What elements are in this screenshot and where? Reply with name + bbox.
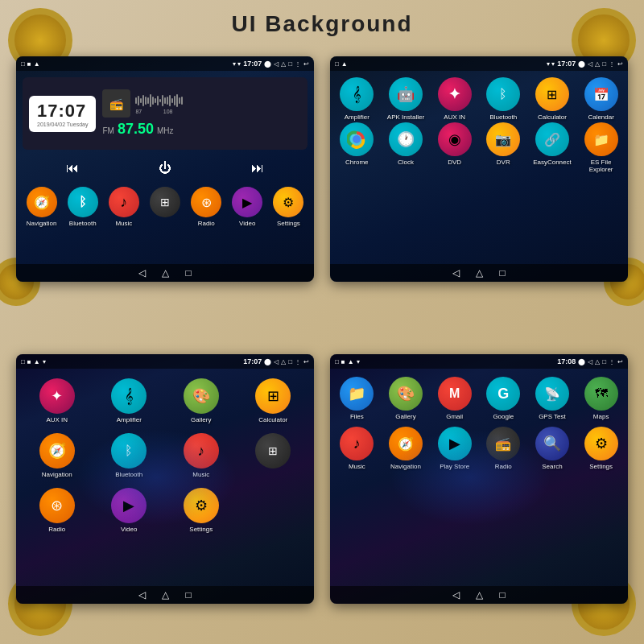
clock-time: 17:07 bbox=[37, 101, 88, 122]
app-apps-3[interactable]: ⊞ bbox=[252, 433, 294, 478]
recents-btn-2[interactable]: □ bbox=[499, 267, 505, 279]
home-btn-3[interactable]: △ bbox=[162, 589, 169, 601]
app-calculator-3[interactable]: ⊞ Calculator bbox=[252, 378, 294, 423]
back-btn-2[interactable]: ◁ bbox=[452, 267, 460, 279]
recents-btn-4[interactable]: □ bbox=[499, 589, 505, 601]
media-controls: ⏮ ⏻ ⏭ bbox=[23, 156, 308, 180]
app-radio-3[interactable]: ⊛ Radio bbox=[36, 488, 78, 533]
app-gallery-4[interactable]: 🎨 Gallery bbox=[386, 377, 426, 420]
app-grid-2: 𝄞 Amplifier 🤖 APK Installer ✦ AUX IN ᛒ B… bbox=[330, 71, 628, 180]
nav-bar-2: ◁ △ □ bbox=[330, 264, 628, 282]
panel-bottom-left: □ ■ ▲ ▾ 17:07 ⬤ ◁ △ □ ⋮ ↩ ✦ bbox=[16, 354, 314, 604]
back-btn-3[interactable]: ◁ bbox=[138, 589, 146, 601]
panel-top-right: □ ▲ ▾ ▾ 17:07 ⬤ ◁ △ □ ⋮ ↩ 𝄞 Amp bbox=[330, 56, 628, 282]
status-bar-1: □ ■ ▲ ▾ ▾ 17:07 ⬤ ◁ △ □ ⋮ ↩ bbox=[16, 56, 314, 71]
app-row-3c: ⊛ Radio ▶ Video ⚙ Settings bbox=[16, 481, 314, 536]
clock-date: 2019/04/02 Tuesday bbox=[37, 122, 88, 127]
app-music-4[interactable]: ♪ Music bbox=[336, 427, 377, 470]
screen-3: □ ■ ▲ ▾ 17:07 ⬤ ◁ △ □ ⋮ ↩ ✦ bbox=[16, 354, 314, 604]
page-title: UI Background bbox=[231, 11, 412, 37]
clock-widget: 17:07 2019/04/02 Tuesday bbox=[29, 96, 96, 132]
svg-point-1 bbox=[353, 135, 361, 143]
app-music-1[interactable]: ♪ Music bbox=[105, 187, 142, 227]
freq-display: 87.50 bbox=[118, 121, 154, 138]
app-row-3b: 🧭 Navigation ᛒ Bluetooth ♪ Music ⊞ bbox=[16, 427, 314, 481]
main-background: UI Background □ ■ ▲ ▾ ▾ 17:07 ⬤ ◁ △ □ ⋮ bbox=[0, 0, 644, 644]
app-radio-1[interactable]: ⊛ Radio bbox=[188, 187, 225, 227]
app-search-4[interactable]: 🔍 Search bbox=[532, 427, 572, 470]
home-btn-2[interactable]: △ bbox=[476, 267, 483, 279]
app-video-1[interactable]: ▶ Video bbox=[229, 187, 266, 227]
app-navigation-3[interactable]: 🧭 Navigation bbox=[36, 433, 78, 478]
recents-btn-1[interactable]: □ bbox=[185, 267, 191, 279]
app-music-3[interactable]: ♪ Music bbox=[180, 433, 222, 478]
app-calculator-2[interactable]: ⊞ Calculator bbox=[531, 77, 573, 121]
nav-bar-1: ◁ △ □ bbox=[16, 264, 314, 282]
app-gmail-4[interactable]: M Gmail bbox=[435, 377, 475, 420]
next-button[interactable]: ⏭ bbox=[245, 159, 270, 177]
recents-btn-3[interactable]: □ bbox=[185, 589, 191, 601]
panel-bottom-right: □ ■ ▲ ▾ 17:08 ⬤ ◁ △ □ ⋮ ↩ 📁 bbox=[330, 354, 628, 604]
app-apk-2[interactable]: 🤖 APK Installer bbox=[385, 77, 427, 121]
status-bar-3: □ ■ ▲ ▾ 17:07 ⬤ ◁ △ □ ⋮ ↩ bbox=[16, 354, 314, 369]
app-settings-1[interactable]: ⚙ Settings bbox=[270, 187, 308, 227]
app-easyconnect-2[interactable]: 🔗 EasyConnect bbox=[531, 122, 573, 173]
screen-4: □ ■ ▲ ▾ 17:08 ⬤ ◁ △ □ ⋮ ↩ 📁 bbox=[330, 354, 628, 604]
app-bluetooth-2[interactable]: ᛒ Bluetooth bbox=[482, 77, 524, 121]
panel-top-left: □ ■ ▲ ▾ ▾ 17:07 ⬤ ◁ △ □ ⋮ ↩ 17:0 bbox=[16, 56, 314, 282]
app-navigation-4[interactable]: 🧭 Navigation bbox=[386, 427, 426, 470]
back-btn-1[interactable]: ◁ bbox=[138, 267, 146, 279]
app-dvd-2[interactable]: ◉ DVD bbox=[434, 122, 476, 173]
app-amplifier-3[interactable]: 𝄞 Amplifier bbox=[108, 378, 150, 423]
status-bar-2: □ ▲ ▾ ▾ 17:07 ⬤ ◁ △ □ ⋮ ↩ bbox=[330, 56, 628, 71]
app-chrome-2[interactable]: Chrome bbox=[336, 122, 378, 173]
status-bar-4: □ ■ ▲ ▾ 17:08 ⬤ ◁ △ □ ⋮ ↩ bbox=[330, 354, 628, 369]
screen-2: □ ▲ ▾ ▾ 17:07 ⬤ ◁ △ □ ⋮ ↩ 𝄞 Amp bbox=[330, 56, 628, 282]
app-radio-4[interactable]: 📻 Radio bbox=[483, 427, 523, 470]
power-button[interactable]: ⏻ bbox=[152, 159, 178, 177]
app-auxin-2[interactable]: ✦ AUX IN bbox=[434, 77, 476, 121]
app-files-4[interactable]: 📁 Files bbox=[336, 377, 377, 420]
app-amplifier-2[interactable]: 𝄞 Amplifier bbox=[336, 77, 378, 121]
screen-1: □ ■ ▲ ▾ ▾ 17:07 ⬤ ◁ △ □ ⋮ ↩ 17:0 bbox=[16, 56, 314, 282]
app-bluetooth-3[interactable]: ᛒ Bluetooth bbox=[108, 433, 150, 478]
app-esfile-2[interactable]: 📁 ES File Explorer bbox=[580, 122, 622, 173]
back-btn-4[interactable]: ◁ bbox=[452, 589, 460, 601]
nav-bar-3: ◁ △ □ bbox=[16, 586, 314, 604]
app-calendar-2[interactable]: 📅 Calendar bbox=[580, 77, 622, 121]
app-row-4a: 📁 Files 🎨 Gallery M Gmail G Google 📡 bbox=[330, 369, 628, 422]
app-row-3a: ✦ AUX IN 𝄞 Amplifier 🎨 Gallery ⊞ Calcula… bbox=[16, 369, 314, 427]
radio-icon: 📻 bbox=[102, 89, 130, 118]
app-google-4[interactable]: G Google bbox=[483, 377, 523, 420]
home-btn-1[interactable]: △ bbox=[162, 267, 169, 279]
app-clock-2[interactable]: 🕐 Clock bbox=[385, 122, 427, 173]
app-gallery-3[interactable]: 🎨 Gallery bbox=[180, 378, 222, 423]
freq-unit: MHz bbox=[157, 126, 174, 135]
app-maps-4[interactable]: 🗺 Maps bbox=[581, 377, 621, 420]
prev-button[interactable]: ⏮ bbox=[60, 159, 85, 177]
app-dvr-2[interactable]: 📷 DVR bbox=[482, 122, 524, 173]
app-row-1: 🧭 Navigation ᛒ Bluetooth ♪ Music ⊞ ⊛ bbox=[16, 184, 314, 230]
app-navigation-1[interactable]: 🧭 Navigation bbox=[23, 187, 60, 227]
waveform bbox=[135, 93, 183, 109]
radio-info: 📻 bbox=[102, 89, 301, 138]
app-video-3[interactable]: ▶ Video bbox=[108, 488, 150, 533]
app-apps-1[interactable]: ⊞ bbox=[146, 187, 184, 227]
app-row-4b: ♪ Music 🧭 Navigation ▶ Play Store 📻 Radi… bbox=[330, 422, 628, 472]
app-settings-4[interactable]: ⚙ Settings bbox=[581, 427, 621, 470]
home-btn-4[interactable]: △ bbox=[476, 589, 483, 601]
radio-display: 17:07 2019/04/02 Tuesday 📻 bbox=[23, 77, 308, 150]
app-playstore-4[interactable]: ▶ Play Store bbox=[435, 427, 475, 470]
app-bluetooth-1[interactable]: ᛒ Bluetooth bbox=[64, 187, 101, 227]
app-settings-3[interactable]: ⚙ Settings bbox=[180, 488, 222, 533]
app-auxin-3[interactable]: ✦ AUX IN bbox=[36, 378, 78, 423]
nav-bar-4: ◁ △ □ bbox=[330, 586, 628, 604]
app-gpstest-4[interactable]: 📡 GPS Test bbox=[532, 377, 572, 420]
